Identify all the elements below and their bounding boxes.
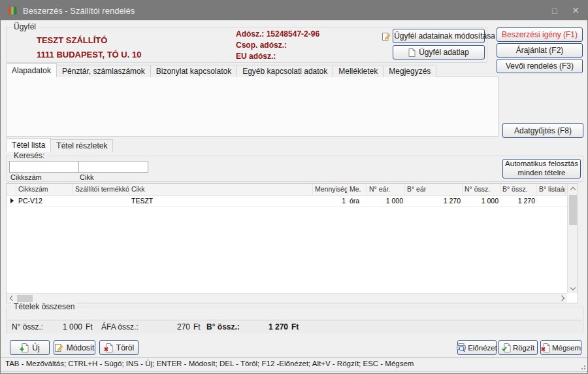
gross-total-unit: Ft	[291, 322, 299, 332]
main-tab-bar: AlapadatokPénztár, számlaszámokBizonylat…	[6, 64, 436, 77]
table-cell[interactable]: 1 000	[367, 196, 405, 206]
table-cell[interactable]	[73, 196, 129, 206]
horizontal-scrollbar[interactable]	[7, 293, 567, 303]
item-tab-1[interactable]: Tétel részletek	[50, 139, 113, 152]
table-cell[interactable]: 1 270	[500, 196, 537, 206]
totals-separator	[7, 316, 582, 317]
table-cell[interactable]	[537, 196, 566, 206]
customer-group-tax-number: Csop. adósz.:	[236, 41, 287, 50]
purchase-request-button[interactable]: Beszerzési igény (F1)	[497, 27, 583, 42]
table-cell[interactable]: 1 270	[405, 196, 463, 206]
table-cell[interactable]: óra	[348, 196, 367, 206]
scroll-right-arrow[interactable]	[558, 294, 567, 303]
customer-datasheet-label: Ügyfél adatlap	[419, 48, 469, 57]
vertical-scroll-thumb[interactable]	[569, 195, 577, 225]
search-item-input[interactable]	[78, 161, 148, 173]
quote-button[interactable]: Árajánlat (F2)	[497, 43, 583, 58]
main-tab-5[interactable]: Megjegyzés	[383, 65, 436, 77]
item-tab-bar: Tétel listaTétel részletek	[6, 139, 112, 152]
vat-total-label: ÁFA össz.:	[101, 322, 139, 332]
pencil-icon	[382, 32, 391, 41]
table-cell[interactable]: PC-V12	[16, 196, 73, 206]
scroll-left-arrow[interactable]	[7, 294, 16, 303]
preview-button[interactable]: Előnézet	[457, 340, 497, 355]
column-header[interactable]: N° össz.	[463, 184, 500, 195]
column-header[interactable]: B° össz.	[500, 184, 537, 195]
new-label: Új	[32, 343, 39, 352]
vat-total-value: 270	[144, 322, 190, 332]
vat-total-unit: Ft	[193, 322, 201, 332]
app-icon	[7, 5, 18, 16]
table-cell[interactable]: 1 000	[463, 196, 500, 206]
customer-address: 1111 BUDAPEST, TÓ U. 10	[37, 50, 141, 60]
main-tab-1[interactable]: Pénztár, számlaszámok	[56, 65, 151, 77]
customer-tax-number: Adósz.: 15248547-2-96	[236, 29, 319, 39]
gross-total-label: B° össz.:	[206, 322, 240, 332]
resize-grip[interactable]	[579, 363, 585, 369]
main-tab-4[interactable]: Mellékletek	[333, 65, 384, 77]
column-header[interactable]: Cikk	[129, 184, 313, 195]
column-header[interactable]: N° eár.	[367, 184, 405, 195]
document-icon	[408, 48, 416, 57]
search-item-label: Cikk	[80, 173, 93, 181]
customer-name: TESZT SZÁLLÍTÓ	[37, 35, 107, 45]
data-collection-button[interactable]: Adatgyűjtés (F8)	[502, 123, 583, 138]
marker-column-header[interactable]	[7, 184, 16, 195]
totals-strip: N° össz.: 1 000 Ft ÁFA össz.: 270 Ft B° …	[7, 320, 582, 333]
gross-total-value: 1 270	[242, 322, 288, 332]
main-tab-2[interactable]: Bizonylat kapcsolatok	[150, 65, 237, 77]
current-row-marker-icon	[10, 198, 14, 203]
net-total-value: 1 000	[43, 322, 82, 332]
customer-group-label: Ügyfél	[11, 22, 39, 31]
auto-split-button[interactable]: Automatikus felosztás minden tételre	[502, 159, 581, 178]
items-table: CikkszámSzállítói termékkód (CikkMennyis…	[6, 183, 578, 303]
cancel-button[interactable]: Mégsem	[540, 340, 581, 355]
column-header[interactable]: B° eár	[405, 184, 463, 195]
title-bar[interactable]: Beszerzés - Szállítói rendelés □ ✕	[1, 1, 587, 20]
auto-split-label: Automatikus felosztás minden tételre	[504, 160, 579, 178]
column-header[interactable]: Mennyiség	[313, 184, 348, 195]
customer-order-label: Vevői rendelés (F3)	[506, 61, 574, 71]
table-header-row: CikkszámSzállítói termékkód (CikkMennyis…	[7, 184, 578, 196]
printer-magnifier-icon	[457, 343, 466, 352]
scroll-down-arrow[interactable]	[568, 284, 578, 293]
window-title: Beszerzés - Szállítói rendelés	[23, 6, 135, 16]
maximize-button[interactable]: □	[544, 1, 565, 20]
vertical-scrollbar[interactable]	[567, 184, 578, 293]
quote-label: Árajánlat (F2)	[516, 46, 564, 55]
customer-order-button[interactable]: Vevői rendelés (F3)	[497, 59, 583, 73]
document-x-icon	[541, 343, 550, 352]
modify-label: Módosít	[67, 343, 95, 352]
data-collection-label: Adatgyűjtés (F8)	[514, 126, 572, 135]
main-tab-3[interactable]: Egyéb kapcsolati adatok	[237, 65, 333, 77]
cancel-label: Mégsem	[552, 344, 581, 352]
column-header[interactable]: Cikkszám	[16, 184, 73, 195]
pencil-icon	[55, 343, 63, 352]
table-cell[interactable]: TESZT	[129, 196, 313, 206]
column-header[interactable]: Szállítói termékkód (	[73, 184, 129, 195]
preview-label: Előnézet	[468, 344, 497, 352]
new-button[interactable]: Új	[10, 340, 50, 355]
column-header[interactable]: B° listaár	[537, 184, 566, 195]
modify-button[interactable]: Módosít	[54, 340, 95, 355]
close-button[interactable]: ✕	[565, 1, 586, 20]
totals-group-label: Tételek összesen	[11, 302, 77, 311]
delete-button[interactable]: Töröl	[99, 340, 139, 355]
column-header[interactable]: Me.	[348, 184, 367, 195]
scroll-up-arrow[interactable]	[568, 184, 578, 193]
totals-groupbox: Tételek összesen N° össz.: 1 000 Ft ÁFA …	[6, 307, 583, 333]
table-cell[interactable]	[7, 196, 16, 206]
search-group-label: Keresés:	[11, 151, 47, 160]
customer-datasheet-button[interactable]: Ügyfél adatlap	[393, 45, 485, 60]
main-tab-0[interactable]: Alapadatok	[6, 63, 57, 77]
app-window: Beszerzés - Szállítói rendelés □ ✕ Ügyfé…	[0, 0, 588, 374]
search-itemnumber-input[interactable]	[9, 161, 79, 173]
table-cell[interactable]: 1	[313, 196, 348, 206]
status-bar: TAB - Mezőváltás; CTRL+H - Súgó; INS - Ú…	[1, 357, 587, 372]
customer-edit-button[interactable]: Ügyfél adatainak módosítása	[393, 29, 485, 43]
table-row[interactable]: PC-V12TESZT1óra1 0001 2701 0001 270	[7, 196, 578, 207]
horizontal-scroll-thumb[interactable]	[17, 295, 33, 302]
save-button[interactable]: Rögzít	[498, 340, 538, 355]
customer-eu-tax-number: EU adósz.:	[236, 52, 276, 61]
item-tab-0[interactable]: Tétel lista	[6, 138, 51, 152]
